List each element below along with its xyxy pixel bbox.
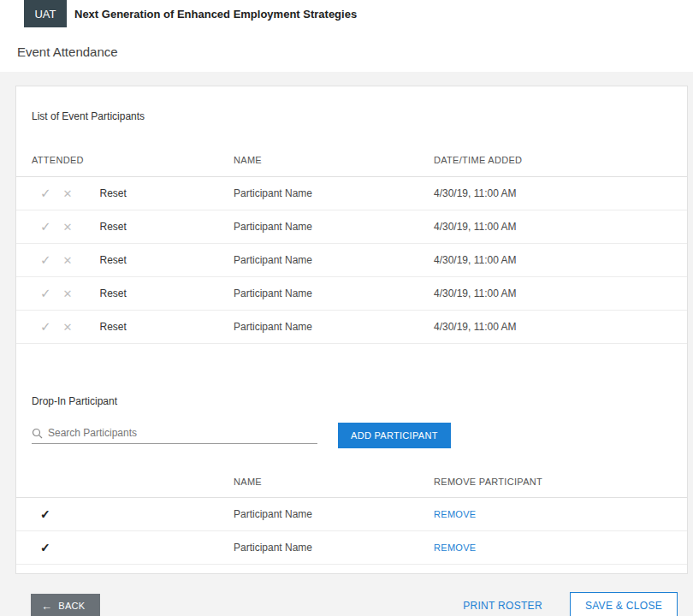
table-row: ✓ ✕ Reset Participant Name 4/30/19, 11:0… (16, 277, 687, 311)
column-header-name: NAME (234, 155, 434, 165)
column-header-attended: ATTENDED (32, 155, 234, 165)
attendance-card: List of Event Participants ATTENDED NAME… (15, 86, 688, 574)
page-content: List of Event Participants ATTENDED NAME… (0, 72, 693, 616)
check-icon[interactable]: ✓ (40, 186, 51, 201)
participant-date-added: 4/30/19, 11:00 AM (434, 187, 687, 199)
x-icon[interactable]: ✕ (63, 187, 73, 200)
reset-link[interactable]: Reset (99, 254, 126, 266)
remove-participant-link[interactable]: REMOVE (434, 542, 476, 553)
footer-actions: ← BACK PRINT ROSTER SAVE & CLOSE (31, 592, 678, 616)
app-title: Next Generation of Enhanced Employment S… (74, 8, 357, 21)
x-icon[interactable]: ✕ (63, 221, 73, 234)
x-icon[interactable]: ✕ (63, 321, 73, 334)
back-arrow-icon: ← (41, 601, 52, 612)
x-icon[interactable]: ✕ (63, 287, 73, 300)
participant-date-added: 4/30/19, 11:00 AM (434, 321, 687, 333)
search-icon (32, 428, 43, 439)
back-button[interactable]: ← BACK (31, 594, 100, 616)
check-icon[interactable]: ✓ (40, 286, 51, 301)
print-roster-link[interactable]: PRINT ROSTER (463, 600, 542, 612)
add-participant-button[interactable]: ADD PARTICIPANT (338, 423, 451, 448)
table-row: ✓ ✕ Reset Participant Name 4/30/19, 11:0… (16, 244, 687, 277)
check-icon[interactable]: ✓ (40, 219, 51, 234)
check-icon: ✓ (40, 541, 50, 554)
back-button-label: BACK (58, 601, 85, 611)
dropin-search-row: ADD PARTICIPANT (32, 423, 687, 448)
save-close-button[interactable]: SAVE & CLOSE (570, 592, 678, 616)
remove-participant-link[interactable]: REMOVE (434, 509, 476, 519)
participant-name: Participant Name (234, 254, 434, 266)
table-row: ✓ Participant Name REMOVE (16, 531, 687, 565)
table-row: ✓ ✕ Reset Participant Name 4/30/19, 11:0… (16, 177, 687, 210)
table-row: ✓ ✕ Reset Participant Name 4/30/19, 11:0… (16, 311, 687, 344)
participants-table: ATTENDED NAME DATE/TIME ADDED ✓ ✕ Reset … (16, 143, 687, 344)
dropin-participants-table: NAME REMOVE PARTICIPANT ✓ Participant Na… (16, 465, 687, 565)
participants-table-header: ATTENDED NAME DATE/TIME ADDED (16, 143, 687, 177)
environment-badge: UAT (24, 0, 67, 27)
participant-name: Participant Name (234, 287, 434, 299)
table-row: ✓ Participant Name REMOVE (16, 498, 687, 531)
dropin-table-header: NAME REMOVE PARTICIPANT (16, 465, 687, 498)
column-header-date: DATE/TIME ADDED (434, 155, 687, 165)
column-header-remove: REMOVE PARTICIPANT (434, 477, 687, 487)
column-header-name: NAME (234, 477, 434, 487)
check-icon[interactable]: ✓ (40, 252, 51, 268)
participant-name: Participant Name (234, 187, 434, 199)
check-icon: ✓ (40, 507, 50, 521)
x-icon[interactable]: ✕ (63, 254, 73, 267)
table-row: ✓ ✕ Reset Participant Name 4/30/19, 11:0… (16, 210, 687, 244)
app-header: UAT Next Generation of Enhanced Employme… (0, 0, 693, 72)
participant-name: Participant Name (234, 321, 434, 333)
reset-link[interactable]: Reset (99, 221, 126, 233)
reset-link[interactable]: Reset (99, 187, 126, 199)
participant-name: Participant Name (234, 542, 434, 554)
check-icon[interactable]: ✓ (40, 319, 51, 335)
dropin-section-title: Drop-In Participant (16, 344, 687, 407)
participant-name: Participant Name (234, 508, 434, 520)
participant-date-added: 4/30/19, 11:00 AM (434, 287, 687, 299)
search-participants-field[interactable] (32, 427, 317, 444)
participant-name: Participant Name (234, 221, 434, 233)
reset-link[interactable]: Reset (99, 287, 126, 299)
page-title: Event Attendance (17, 44, 693, 59)
search-participants-input[interactable] (48, 427, 317, 439)
reset-link[interactable]: Reset (99, 321, 126, 333)
participants-list-title: List of Event Participants (16, 86, 687, 122)
participant-date-added: 4/30/19, 11:00 AM (434, 221, 687, 233)
participant-date-added: 4/30/19, 11:00 AM (434, 254, 687, 266)
